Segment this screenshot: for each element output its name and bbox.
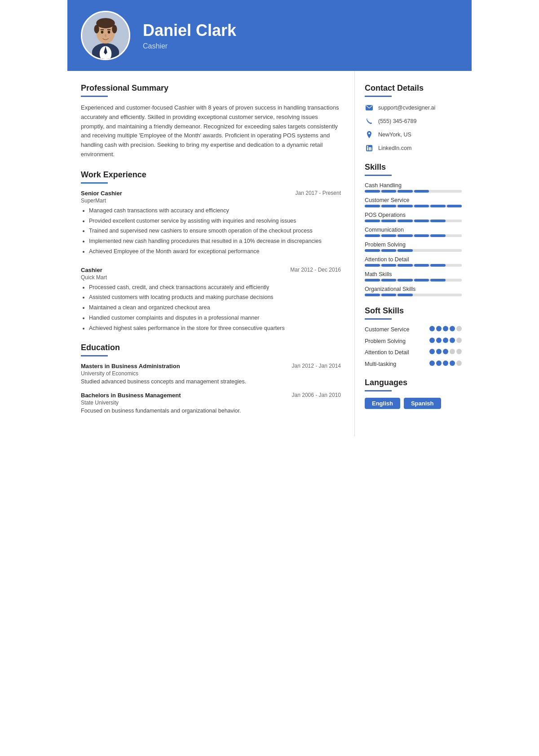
skill-bar-empty [447, 279, 462, 281]
candidate-title: Cashier [143, 42, 236, 50]
dot-empty [450, 349, 455, 354]
main-layout: Professional Summary Experienced and cus… [67, 71, 472, 436]
soft-skill-name: Attention to Detail [365, 349, 409, 357]
skill-bar-filled [414, 190, 429, 193]
skill-bar-filled [398, 220, 413, 222]
skill-bar-filled [398, 279, 413, 281]
list-item: Handled customer complaints and disputes… [89, 314, 341, 322]
skill-bar-empty [430, 294, 446, 296]
skill-bar-filled [414, 234, 429, 237]
skill-bar-filled [398, 205, 413, 207]
svg-point-14 [367, 146, 368, 147]
skill-bar-filled [365, 190, 380, 193]
skill-bar-empty [430, 190, 446, 193]
skill-bar [365, 249, 462, 252]
dot-filled [443, 338, 448, 343]
skill-bar-filled [381, 220, 397, 222]
svg-point-8 [101, 31, 104, 34]
svg-rect-13 [367, 147, 368, 150]
job-2-dates: Mar 2012 - Dec 2016 [290, 267, 341, 273]
list-item: Provided excellent customer service by a… [89, 217, 341, 225]
skill-name: Math Skills [365, 271, 462, 277]
skill-bar-filled [398, 294, 413, 296]
summary-divider [81, 96, 108, 97]
contact-location: NewYork, US [365, 130, 462, 139]
skill-bar-filled [430, 205, 446, 207]
contact-phone: (555) 345-6789 [365, 117, 462, 126]
skill-bar-filled [381, 279, 397, 281]
skill-bar [365, 190, 462, 193]
skill-bar-filled [414, 279, 429, 281]
right-column: Contact Details support@cvdesigner.ai [355, 71, 472, 436]
edu-1-school: University of Economics [81, 370, 341, 377]
skill-bar-filled [430, 279, 446, 281]
edu-1-header: Masters in Business Administration Jan 2… [81, 363, 341, 369]
skill-bar [365, 234, 462, 237]
skill-name: Cash Handling [365, 182, 462, 189]
edu-1-degree: Masters in Business Administration [81, 363, 180, 369]
summary-title: Professional Summary [81, 84, 341, 93]
dot-filled [429, 338, 435, 343]
contact-phone-value: (555) 345-6789 [378, 118, 416, 124]
skill-item: Communication [365, 227, 462, 237]
job-1-dates: Jan 2017 - Present [296, 190, 341, 196]
list-item: Achieved highest sales performance in th… [89, 324, 341, 333]
list-item: Maintained a clean and organized checkou… [89, 303, 341, 312]
dot-filled [443, 360, 448, 366]
skill-item: POS Operations [365, 212, 462, 222]
edu-divider [81, 355, 108, 356]
job-2: Cashier Mar 2012 - Dec 2016 Quick Mart P… [81, 267, 341, 333]
dot-filled [450, 338, 455, 343]
skills-section: Skills Cash HandlingCustomer ServicePOS … [365, 163, 462, 296]
skill-bar-empty [414, 249, 429, 252]
dot-filled [450, 360, 455, 366]
soft-skill-dots [429, 360, 462, 366]
linkedin-icon [365, 144, 374, 153]
job-1: Senior Cashier Jan 2017 - Present SuperM… [81, 190, 341, 256]
skill-item: Attention to Detail [365, 256, 462, 267]
language-tag: English [365, 398, 400, 409]
job-1-bullets: Managed cash transactions with accuracy … [81, 207, 341, 256]
list-item: Implemented new cash handling procedures… [89, 237, 341, 246]
dot-filled [450, 326, 455, 331]
job-1-title: Senior Cashier [81, 190, 122, 197]
skill-bar-filled [430, 234, 446, 237]
skill-bar-filled [365, 234, 380, 237]
work-experience-section: Work Experience Senior Cashier Jan 2017 … [81, 170, 341, 333]
list-item: Processed cash, credit, and check transa… [89, 283, 341, 292]
skill-bar-filled [365, 264, 380, 267]
skill-bar-empty [447, 294, 462, 296]
list-item: Achieved Employee of the Month award for… [89, 247, 341, 256]
contact-location-value: NewYork, US [378, 132, 411, 138]
soft-skills-section: Soft Skills Customer ServiceProblem Solv… [365, 306, 462, 368]
svg-point-9 [108, 31, 110, 34]
job-2-title: Cashier [81, 267, 102, 273]
skill-item: Organizational Skills [365, 286, 462, 296]
skill-bar-filled [381, 205, 397, 207]
languages-title: Languages [365, 378, 462, 387]
summary-section: Professional Summary Experienced and cus… [81, 84, 341, 159]
skill-bar-filled [381, 249, 397, 252]
skill-name: Organizational Skills [365, 286, 462, 292]
skill-bar-empty [447, 220, 462, 222]
skill-item: Customer Service [365, 197, 462, 207]
skill-bar-empty [414, 294, 429, 296]
skill-bar [365, 264, 462, 267]
dot-filled [443, 349, 448, 354]
skill-bar-filled [414, 205, 429, 207]
skills-divider [365, 175, 392, 176]
job-1-header: Senior Cashier Jan 2017 - Present [81, 190, 341, 197]
language-tags: EnglishSpanish [365, 398, 462, 409]
dot-filled [443, 326, 448, 331]
skill-bar-filled [365, 205, 380, 207]
dot-filled [429, 326, 435, 331]
languages-section: Languages EnglishSpanish [365, 378, 462, 409]
skill-bar-filled [365, 294, 380, 296]
skill-bar-empty [447, 264, 462, 267]
skill-bar [365, 220, 462, 222]
edu-2-degree: Bachelors in Business Management [81, 392, 181, 399]
skill-bar-filled [430, 220, 446, 222]
edu-2: Bachelors in Business Management Jan 200… [81, 392, 341, 414]
skill-bar-filled [381, 190, 397, 193]
soft-skill-item: Problem Solving [365, 338, 462, 346]
